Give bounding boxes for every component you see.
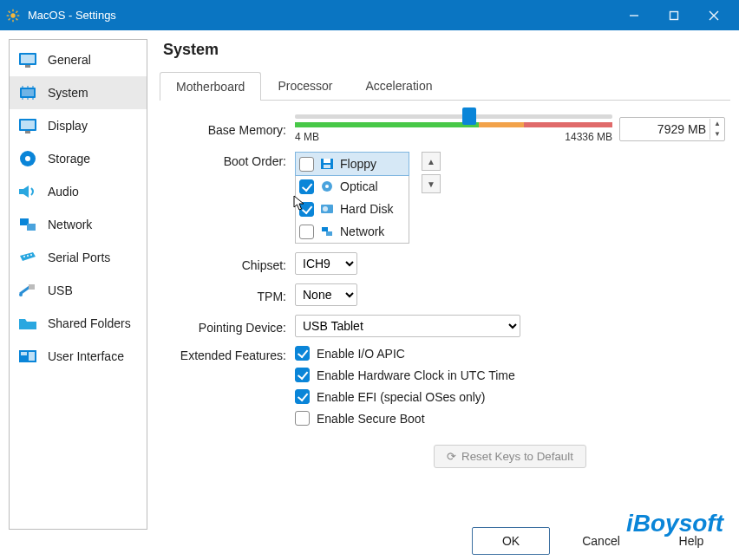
sidebar-item-label: Serial Ports [48,251,110,264]
usb-icon [16,281,39,300]
reset-keys-button[interactable]: ⟳ Reset Keys to Default [434,445,586,468]
monitor-icon [16,50,39,69]
chipset-select[interactable]: ICH9 [295,252,357,275]
sidebar-item-label: USB [48,283,73,297]
memory-min-label: 4 MB [295,131,319,143]
svg-rect-17 [22,89,34,96]
feature-enable-hardware-clock-in-utc-time[interactable]: Enable Hardware Clock in UTC Time [295,368,515,382]
monitor-icon [16,116,39,135]
sidebar-item-audio[interactable]: Audio [10,175,147,208]
boot-item-floppy[interactable]: Floppy [296,153,409,175]
svg-point-43 [325,185,329,188]
sidebar-item-label: Network [48,218,92,231]
svg-rect-10 [670,11,678,19]
svg-point-33 [30,254,32,256]
minimize-button[interactable] [614,0,654,30]
settings-window: MacOS - Settings GeneralSystemDisplaySto… [0,0,739,560]
sidebar-item-label: Audio [48,185,79,199]
base-memory-slider[interactable]: 4 MB 14336 MB [295,114,612,143]
sidebar-item-user-interface[interactable]: User Interface [10,340,147,373]
memory-spinner[interactable]: ▲▼ [710,119,724,140]
boot-checkbox[interactable] [299,157,314,172]
sidebar-item-network[interactable]: Network [10,208,147,241]
svg-rect-47 [326,231,332,236]
slider-thumb[interactable] [462,107,476,125]
feature-checkbox[interactable] [295,368,310,382]
svg-rect-25 [21,120,35,129]
extended-features-label: Extended Features: [165,346,295,362]
pointing-device-select[interactable]: USB Tablet [295,315,520,337]
sidebar-item-serial-ports[interactable]: Serial Ports [10,241,147,274]
boot-checkbox[interactable] [299,202,314,217]
tab-motherboard[interactable]: Motherboard [160,72,261,101]
boot-checkbox[interactable] [299,225,314,239]
boot-item-optical[interactable]: Optical [296,175,409,198]
svg-rect-34 [29,284,35,290]
boot-order-list[interactable]: FloppyOpticalHard DiskNetwork [295,152,409,244]
tab-bar: MotherboardProcessorAcceleration [160,71,730,101]
svg-point-32 [27,255,29,257]
feature-checkbox[interactable] [295,346,310,361]
tab-processor[interactable]: Processor [261,71,349,100]
svg-point-28 [25,156,30,161]
sidebar-item-label: User Interface [48,349,124,363]
svg-line-5 [9,10,10,12]
optical-icon [319,179,335,193]
boot-move-up-button[interactable]: ▲ [422,152,441,171]
svg-rect-37 [21,352,27,355]
network-icon [16,215,39,234]
sidebar-item-display[interactable]: Display [10,109,147,142]
help-button[interactable]: Help [652,527,730,555]
speaker-icon [16,182,39,201]
base-memory-field[interactable]: 7929 MB ▲▼ [619,117,725,141]
svg-rect-46 [322,227,328,231]
boot-item-label: Hard Disk [340,202,393,216]
svg-rect-41 [324,165,330,168]
tpm-select[interactable]: None [295,283,357,306]
feature-checkbox[interactable] [295,411,310,426]
titlebar: MacOS - Settings [0,0,739,30]
boot-checkbox[interactable] [299,179,314,194]
feature-checkbox[interactable] [295,389,310,404]
boot-item-label: Floppy [340,157,376,171]
svg-line-7 [9,18,10,20]
sidebar-item-label: General [48,53,91,67]
feature-label: Enable I/O APIC [317,347,405,361]
cancel-button[interactable]: Cancel [562,527,640,555]
feature-label: Enable EFI (special OSes only) [317,390,486,404]
boot-reorder-buttons: ▲ ▼ [422,152,441,193]
sidebar-item-shared-folders[interactable]: Shared Folders [10,307,147,340]
chip-icon [16,83,39,102]
feature-enable-efi-special-oses-only[interactable]: Enable EFI (special OSes only) [295,389,515,404]
boot-item-label: Network [340,225,384,238]
sidebar-item-storage[interactable]: Storage [10,142,147,175]
boot-order-label: Boot Order: [165,152,295,168]
close-button[interactable] [694,0,734,30]
boot-item-network[interactable]: Network [296,220,409,243]
slider-scale [295,122,612,127]
serial-icon [16,248,39,267]
reset-keys-label: Reset Keys to Default [461,450,573,463]
sidebar-item-usb[interactable]: USB [10,274,147,307]
sidebar-item-label: Shared Folders [48,316,131,330]
tab-acceleration[interactable]: Acceleration [349,71,448,100]
sidebar-item-general[interactable]: General [10,43,147,76]
feature-enable-i-o-apic[interactable]: Enable I/O APIC [295,346,515,361]
sidebar-item-label: Display [48,119,88,133]
svg-rect-14 [21,55,35,63]
page-title: System [163,41,730,59]
ok-button[interactable]: OK [472,527,550,555]
memory-unit: MB [688,122,710,136]
folder-icon [16,314,39,333]
feature-enable-secure-boot[interactable]: Enable Secure Boot [295,411,515,426]
feature-label: Enable Secure Boot [317,412,425,426]
maximize-button[interactable] [654,0,694,30]
svg-point-0 [10,13,15,17]
floppy-icon [319,157,335,171]
boot-move-down-button[interactable]: ▼ [422,174,441,193]
svg-line-6 [16,18,17,20]
ui-icon [16,347,39,366]
sidebar-item-system[interactable]: System [10,76,147,109]
boot-item-hard-disk[interactable]: Hard Disk [296,198,409,220]
disk-icon [16,149,39,168]
